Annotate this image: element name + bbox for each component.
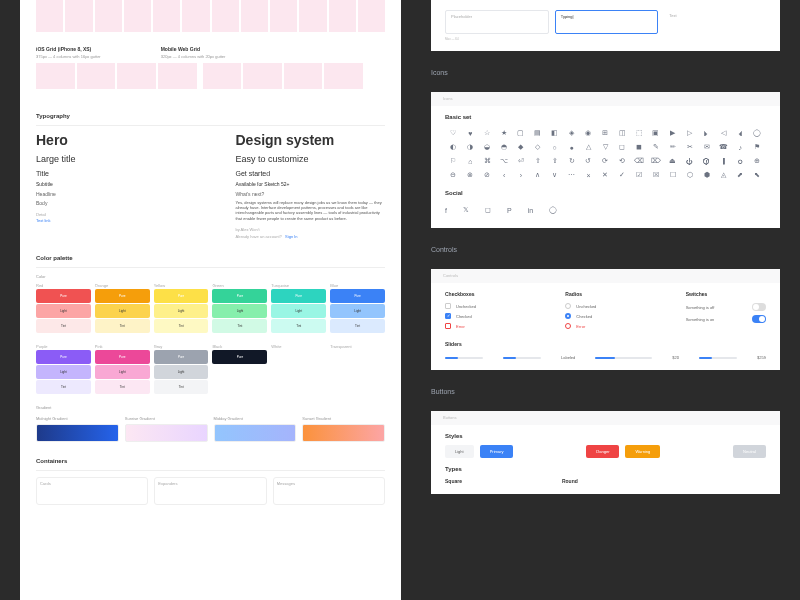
basic-icon: ◯	[749, 126, 766, 140]
basic-icon: ⏻	[681, 154, 698, 168]
basic-icon: ◧	[546, 126, 563, 140]
color-red: RedPureLightTint	[36, 283, 91, 334]
basic-icon: ⊞	[597, 126, 614, 140]
title-label: Title	[36, 170, 186, 177]
color-pink: PinkPureLightTint	[95, 344, 150, 395]
basic-icon: ♥	[462, 126, 479, 140]
input-typing[interactable]: Typing|	[555, 10, 659, 34]
radio-checked[interactable]	[565, 313, 571, 319]
button-danger[interactable]: Danger	[586, 445, 619, 458]
basic-icon: ▷	[681, 126, 698, 140]
basic-icon: ✂	[681, 140, 698, 154]
radio-error[interactable]	[565, 323, 571, 329]
basic-icon: ◒	[479, 140, 496, 154]
button-neutral[interactable]: Neutral	[733, 445, 766, 458]
slider-1[interactable]	[445, 357, 483, 359]
color-white: White	[271, 344, 326, 395]
basic-icon: ◉	[580, 126, 597, 140]
basic-icon: ⬈	[732, 168, 749, 182]
grid-sub-ios: 375px — 4 columns with 16px gutter	[36, 54, 101, 59]
headline-sample: What's next?	[236, 191, 386, 197]
basic-icon: ◆	[513, 140, 530, 154]
color-blue: BluePureLightTint	[330, 283, 385, 334]
color-label: Color	[36, 274, 385, 279]
basic-icon: ♪	[732, 140, 749, 154]
radio-unchecked[interactable]	[565, 303, 571, 309]
slider-range[interactable]	[699, 357, 737, 359]
buttons-section-heading: Buttons	[431, 388, 780, 395]
checkbox-error[interactable]	[445, 323, 451, 329]
color-palette-heading: Color palette	[36, 249, 385, 268]
sliders-heading: Sliders	[445, 341, 766, 347]
basic-icon: ⌫	[631, 154, 648, 168]
linkedin-icon: in	[528, 206, 533, 214]
color-turquoise: TurquoisePureLightTint	[271, 283, 326, 334]
hero-sample: Design system	[236, 132, 386, 148]
basic-icon: ⬉	[749, 168, 766, 182]
signin-link[interactable]: Sign In	[285, 234, 297, 239]
input-text[interactable]: Text	[664, 10, 766, 34]
social-heading: Social	[445, 190, 766, 196]
basic-icon: ⬢	[698, 168, 715, 182]
basic-icon: ☑	[631, 168, 648, 182]
basic-icon: ⌂	[462, 154, 479, 168]
detail-sample: by Alex Won't	[236, 227, 386, 232]
subtitle-sample: Available for Sketch 52+	[236, 181, 386, 187]
basic-icon: ▽	[597, 140, 614, 154]
basic-icon: ⭘	[732, 154, 749, 168]
container-cards: Cards	[36, 477, 148, 505]
text-link[interactable]: Text link	[36, 218, 186, 223]
basic-icon: ★	[496, 126, 513, 140]
basic-icon: ☎	[715, 140, 732, 154]
basic-set-heading: Basic set	[445, 114, 766, 120]
type-round: Round	[562, 478, 578, 484]
typography-heading: Typography	[36, 107, 385, 126]
slider-2[interactable]	[503, 357, 541, 359]
basic-icon: ⚑	[749, 140, 766, 154]
radios-heading: Radios	[565, 291, 645, 297]
body-label: Body	[36, 200, 186, 206]
switch-off[interactable]	[752, 303, 766, 311]
headline-label: Headline	[36, 191, 186, 197]
color-gray: GrayPureLightTint	[154, 344, 209, 395]
switch-on[interactable]	[752, 315, 766, 323]
instagram-icon: ◻	[485, 206, 491, 214]
inputs-panel: Placeholder Typing| Text Max — 64	[431, 0, 780, 51]
basic-icon: ✏	[664, 140, 681, 154]
basic-icon: ✕	[597, 168, 614, 182]
color-transparent: Transparent	[330, 344, 385, 395]
button-light[interactable]: Light	[445, 445, 474, 458]
large-title-label: Large title	[36, 154, 186, 164]
slider-labeled[interactable]	[595, 357, 652, 359]
basic-icon: ◼	[631, 140, 648, 154]
container-messages: Messages	[273, 477, 385, 505]
basic-icon: ⏴	[732, 126, 749, 140]
detail-label: Detail	[36, 212, 186, 217]
basic-icon: ⏽	[715, 154, 732, 168]
basic-icon: ⌥	[496, 154, 513, 168]
basic-icon: ∨	[546, 168, 563, 182]
twitter-icon: 𝕏	[463, 206, 469, 214]
controls-panel: Controls Checkboxes Unchecked ✓Checked E…	[431, 269, 780, 370]
basic-icon: ▣	[648, 126, 665, 140]
basic-icon: ⊖	[445, 168, 462, 182]
basic-icon: ⟲	[614, 154, 631, 168]
button-primary[interactable]: Primary	[480, 445, 514, 458]
basic-icon: ◑	[462, 140, 479, 154]
large-title-sample: Easy to customize	[236, 154, 386, 164]
basic-icon: ▶	[664, 126, 681, 140]
basic-icon: ⊕	[749, 154, 766, 168]
input-placeholder[interactable]: Placeholder	[445, 10, 549, 34]
checkbox-checked[interactable]: ✓	[445, 313, 451, 319]
icons-panel: Icons Basic set ♡♥☆★▢▤◧◈◉⊞◫⬚▣▶▷⏵◁⏴◯◐◑◒◓◆…	[431, 92, 780, 228]
basic-icon: ⇧	[529, 154, 546, 168]
containers-heading: Containers	[36, 452, 385, 471]
gradient-swatch: Midnight Gradient	[36, 416, 119, 442]
switches-heading: Switches	[686, 291, 766, 297]
gradient-swatch: Sunset Gradient	[302, 416, 385, 442]
button-warning[interactable]: Warning	[625, 445, 660, 458]
basic-icon: ◓	[496, 140, 513, 154]
checkbox-unchecked[interactable]	[445, 303, 451, 309]
basic-icon: ↻	[563, 154, 580, 168]
basic-icon: △	[580, 140, 597, 154]
